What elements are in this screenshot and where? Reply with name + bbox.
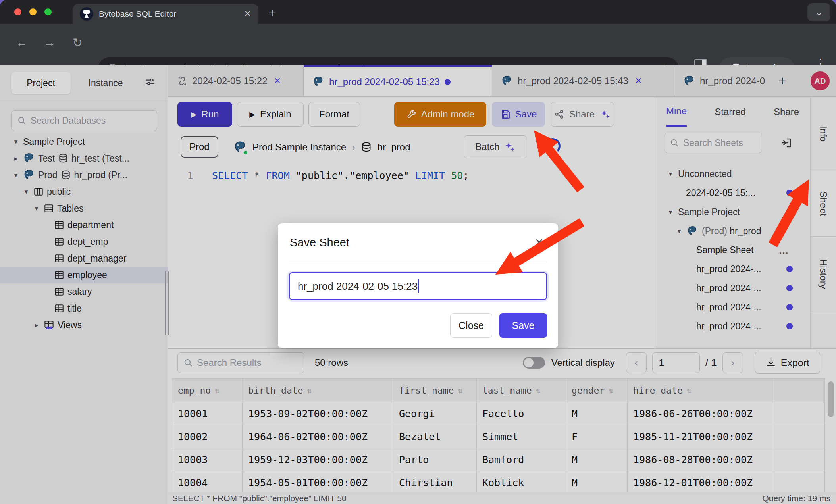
sheet-item[interactable]: hr_prod 2024-... <box>655 279 810 298</box>
page-number-input[interactable]: 1 <box>652 352 700 373</box>
tab-instance[interactable]: Instance <box>78 72 133 94</box>
sheet-item-sample[interactable]: Sample Sheet … <box>655 240 810 260</box>
sheet-item[interactable]: hr_prod 2024-... <box>655 260 810 279</box>
tree-item-schema-public[interactable]: ▾ public <box>0 183 168 200</box>
sort-icon[interactable]: ⇅ <box>609 386 613 395</box>
tree-item-table[interactable]: title <box>0 300 168 317</box>
sheet-tab-2-active[interactable]: hr_prod 2024-02-05 15:23 <box>304 65 492 96</box>
caret-right-icon[interactable]: ▸ <box>12 154 20 163</box>
sort-icon[interactable]: ⇅ <box>687 386 692 395</box>
sheet-tab-1[interactable]: 2024-02-05 15:22 ✕ <box>168 65 304 96</box>
close-sheet-tab-icon[interactable]: ✕ <box>635 76 642 86</box>
instance-name[interactable]: Prod Sample Instance <box>252 142 346 153</box>
tree-group-views[interactable]: ▸ Views <box>0 317 168 333</box>
sort-icon[interactable]: ⇅ <box>307 386 312 395</box>
search-results-input[interactable]: Search Results <box>177 352 304 373</box>
tree-item-table[interactable]: dept_manager <box>0 250 168 267</box>
next-page-button[interactable]: › <box>722 352 743 373</box>
column-header[interactable]: birth_date⇅ <box>243 379 393 402</box>
tab-sheet[interactable]: Sheet <box>811 171 836 237</box>
caret-down-icon[interactable]: ▾ <box>22 188 30 196</box>
tab-mine[interactable]: Mine <box>666 97 687 127</box>
avatar[interactable]: AD <box>811 71 830 90</box>
sidebar-resize-handle[interactable] <box>165 271 169 335</box>
tree-item-table[interactable]: dept_emp <box>0 233 168 250</box>
caret-down-icon[interactable]: ▾ <box>12 138 20 146</box>
format-button[interactable]: Format <box>308 102 360 127</box>
browser-tab[interactable]: Bytebase SQL Editor ✕ <box>73 4 258 24</box>
table-label: title <box>67 303 82 314</box>
sort-icon[interactable]: ⇅ <box>458 386 462 395</box>
sheet-tab-3[interactable]: hr_prod 2024-02-05 15:43 ✕ <box>492 65 674 96</box>
caret-down-icon[interactable]: ▾ <box>667 170 674 178</box>
sheet-item[interactable]: hr_prod 2024-... <box>655 298 810 317</box>
vertical-display-toggle[interactable] <box>523 357 545 369</box>
sort-icon[interactable]: ⇅ <box>215 386 220 395</box>
forward-icon[interactable]: → <box>44 36 56 49</box>
sheet-name-input[interactable]: hr_prod 2024-02-05 15:23 <box>289 272 547 300</box>
table-row[interactable]: 100011953-09-02T00:00:00ZGeorgiFacelloM1… <box>172 402 825 425</box>
sheet-connection[interactable]: ▾ (Prod) hr_prod <box>655 221 810 240</box>
close-button[interactable]: Close <box>450 313 492 338</box>
reload-icon[interactable]: ↻ <box>73 36 83 50</box>
tree-item-test-db[interactable]: ▸ Test hr_test (Test... <box>0 150 168 167</box>
sort-icon[interactable]: ⇅ <box>536 386 541 395</box>
sheet-group-unconnected[interactable]: ▾ Unconnected <box>655 164 810 183</box>
explain-button[interactable]: ▶ Explain <box>237 102 304 127</box>
close-tab-icon[interactable]: ✕ <box>244 9 251 19</box>
table-scrollbar[interactable] <box>828 381 834 417</box>
new-sheet-tab-button[interactable]: + <box>771 65 794 96</box>
caret-down-icon[interactable]: ▾ <box>676 227 683 235</box>
caret-down-icon[interactable]: ▾ <box>667 208 674 216</box>
caret-down-icon[interactable]: ▾ <box>33 204 40 213</box>
tree-group-tables[interactable]: ▾ Tables <box>0 200 168 217</box>
search-sheets-input[interactable]: Search Sheets <box>665 133 762 153</box>
export-button[interactable]: Export <box>755 352 820 374</box>
table-row[interactable]: 100021964-06-02T00:00:00ZBezalelSimmelF1… <box>172 425 825 448</box>
database-name[interactable]: hr_prod <box>378 142 410 153</box>
tree-item-table[interactable]: salary <box>0 283 168 300</box>
prev-page-button[interactable]: ‹ <box>626 352 647 373</box>
sheet-tab-4[interactable]: hr_prod 2024-0 <box>674 65 771 96</box>
minimize-window-button[interactable] <box>29 8 37 15</box>
close-window-button[interactable] <box>14 8 21 15</box>
sheet-group-project[interactable]: ▾ Sample Project <box>655 202 810 221</box>
admin-mode-button[interactable]: Admin mode <box>394 102 486 127</box>
tab-history[interactable]: History <box>811 237 836 312</box>
save-sheet-button[interactable]: Save <box>492 102 545 127</box>
tab-starred[interactable]: Starred <box>715 106 746 117</box>
tree-item-table-employee[interactable]: employee <box>0 267 168 283</box>
close-dialog-icon[interactable]: ✕ <box>535 236 544 249</box>
search-databases-input[interactable]: Search Databases <box>11 110 157 131</box>
column-header[interactable]: first_name⇅ <box>393 379 477 402</box>
save-button[interactable]: Save <box>499 313 547 338</box>
import-sheet-icon[interactable] <box>781 137 793 149</box>
environment-chip[interactable]: Prod <box>181 136 218 158</box>
column-header[interactable]: emp_no⇅ <box>172 379 243 402</box>
column-header[interactable]: last_name⇅ <box>477 379 566 402</box>
close-sheet-tab-icon[interactable]: ✕ <box>274 76 281 86</box>
tab-search-chevron-button[interactable]: ⌄ <box>807 3 830 21</box>
caret-right-icon[interactable]: ▸ <box>33 321 40 329</box>
table-row[interactable]: 100041954-05-01T00:00:00ZChirstianKoblic… <box>172 471 825 492</box>
tab-project[interactable]: Project <box>11 72 71 94</box>
sheet-item[interactable]: hr_prod 2024-... <box>655 317 810 336</box>
tab-info[interactable]: Info <box>811 97 836 171</box>
tree-item-project[interactable]: ▾ Sample Project <box>0 133 168 150</box>
tree-item-prod-db[interactable]: ▾ Prod hr_prod (Pr... <box>0 167 168 183</box>
tab-share[interactable]: Share <box>774 106 799 117</box>
maximize-window-button[interactable] <box>44 8 52 15</box>
column-header[interactable]: hire_date⇅ <box>628 379 774 402</box>
back-icon[interactable]: ← <box>16 36 28 49</box>
table-row[interactable]: 100031959-12-03T00:00:00ZPartoBamfordM19… <box>172 448 825 471</box>
column-header[interactable]: gender⇅ <box>566 379 628 402</box>
batch-button[interactable]: Batch <box>464 135 527 158</box>
sheet-item[interactable]: 2024-02-05 15:... <box>655 183 810 202</box>
share-button[interactable]: Share <box>551 102 614 127</box>
filter-sliders-icon[interactable] <box>144 77 156 87</box>
new-tab-button[interactable]: + <box>268 5 276 21</box>
run-button[interactable]: ▶ Run <box>177 102 232 127</box>
caret-down-icon[interactable]: ▾ <box>12 171 20 179</box>
more-actions-icon[interactable]: … <box>778 244 790 256</box>
tree-item-table[interactable]: department <box>0 217 168 233</box>
